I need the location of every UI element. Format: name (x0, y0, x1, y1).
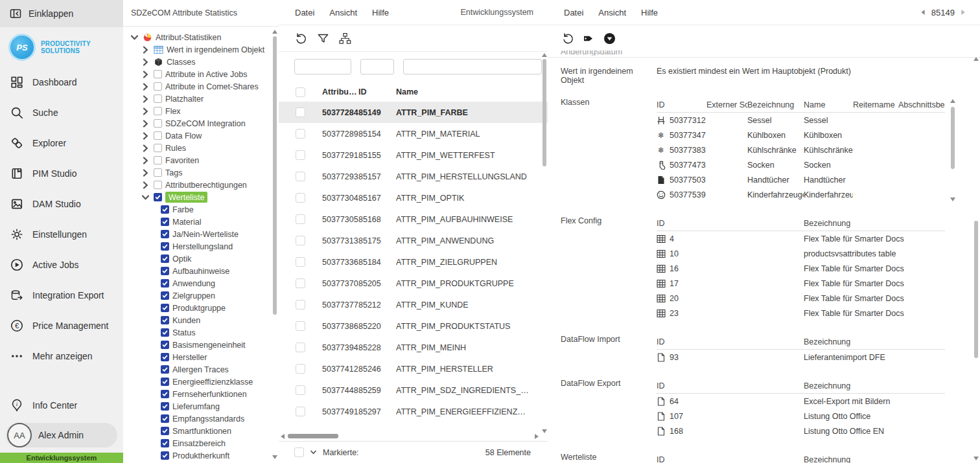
tree-node-produktgruppe[interactable]: Produktgruppe (123, 302, 279, 314)
table-row-23[interactable]: 23Flex Table für Smarter Docs (657, 306, 945, 321)
tree-node-checkbox[interactable] (154, 107, 162, 115)
tree-node-basismengeneinheit[interactable]: Basismengeneinheit (123, 339, 279, 351)
tree-node-empfangsstandards[interactable]: Empfangsstandards (123, 412, 279, 425)
table-row-64[interactable]: 64Excel-Export mit Bildern (657, 394, 945, 409)
row-checkbox[interactable] (296, 321, 305, 331)
tree-node-checkbox[interactable] (154, 156, 162, 164)
table-row-10[interactable]: 10productsvsattributes table (657, 246, 945, 261)
sidebar-item-price-management[interactable]: €Price Management (0, 310, 123, 341)
column-id[interactable]: ID (657, 455, 804, 463)
column-bezeichnung[interactable]: Bezeichnung (804, 381, 945, 390)
tree-node-hersteller[interactable]: Hersteller (123, 351, 279, 363)
klassen-row-50377312[interactable]: 50377312SesselSessel (657, 113, 945, 128)
tree-node-checkbox[interactable] (161, 328, 169, 337)
attribute-row-50377284[interactable]: 5037728485149ATTR_PIM_FARBE (279, 102, 548, 123)
menu-item-hilfe[interactable]: Hilfe (641, 8, 658, 17)
collapse-sidebar-button[interactable]: Einklappen (0, 0, 123, 27)
tree-node-checkbox[interactable] (161, 316, 169, 324)
sidebar-item-suche[interactable]: Suche (0, 97, 123, 128)
sidebar-item-dam-studio[interactable]: DAM Studio (0, 188, 123, 219)
tree-node-sdzecom-integration[interactable]: SDZeCOM Integration (123, 117, 279, 130)
tree-node-produktherkunft[interactable]: Produktherkunft (123, 449, 279, 462)
row-checkbox[interactable] (296, 407, 305, 416)
sidebar-item-integration-export[interactable]: Integration Export (0, 280, 123, 310)
table-row-4[interactable]: 4Flex Table für Smarter Docs (657, 231, 945, 246)
tag-button[interactable] (583, 32, 595, 45)
column-id[interactable]: ID (358, 87, 396, 96)
next-record-icon[interactable] (961, 9, 966, 16)
row-checkbox[interactable] (296, 257, 305, 267)
tree-node-kunden[interactable]: Kunden (123, 314, 279, 326)
tree-node-checkbox[interactable] (154, 193, 162, 201)
klassen-row-50377383[interactable]: ❄50377383KühlschränkeKühlschränke (657, 142, 945, 157)
menu-item-hilfe[interactable]: Hilfe (372, 8, 389, 17)
column-id[interactable]: ID (657, 100, 706, 109)
tree-node-checkbox[interactable] (161, 218, 169, 226)
attribute-row-50377491[interactable]: 5037749185297ATTR_PIM_ENERGIEEFFIZIENZKL… (279, 401, 548, 422)
column-id[interactable]: ID (657, 219, 804, 228)
tree-node-checkbox[interactable] (154, 82, 162, 91)
tree-node-tags[interactable]: Tags (123, 166, 279, 179)
column-name[interactable]: Name (804, 100, 853, 109)
table-row-20[interactable]: 20Flex Table für Smarter Docs (657, 291, 945, 306)
menu-item-datei[interactable]: Datei (295, 8, 314, 17)
scrollbar-thumb[interactable] (273, 36, 277, 315)
hierarchy-button[interactable] (339, 32, 351, 45)
column-bezeichnung[interactable]: Bezeichnung (804, 337, 945, 346)
marked-checkbox[interactable] (294, 447, 304, 457)
scroll-up-icon[interactable] (272, 30, 277, 34)
column-filter-input-3[interactable] (403, 59, 542, 74)
column-abschnittsbezeic[interactable]: Abschnittsbezeic (898, 100, 945, 109)
scroll-up-icon[interactable] (542, 53, 547, 57)
tree-node-fernseherfunktionen[interactable]: Fernseherfunktionen (123, 388, 279, 400)
sidebar-item-dashboard[interactable]: Dashboard (0, 67, 123, 97)
tree-node-farbe[interactable]: Farbe (123, 203, 279, 216)
attribute-row-50377304[interactable]: 5037730485167ATTR_PIM_OPTIK (279, 187, 548, 209)
scroll-up-icon[interactable] (974, 57, 979, 61)
tree-node-energieeffizienzklasse[interactable]: Energieeffizienzklasse (123, 376, 279, 388)
tree-node-wert-in-irgendeinem-objekt[interactable]: Wert in irgendeinem Objekt (123, 43, 279, 56)
row-checkbox[interactable] (296, 107, 305, 117)
tree-root-attribut-statistiken[interactable]: Attribut-Statistiken (123, 31, 279, 43)
tree-node-favoriten[interactable]: Favoriten (123, 154, 279, 166)
row-checkbox[interactable] (296, 193, 305, 203)
tree-node-checkbox[interactable] (161, 353, 169, 361)
attribute-row-50377291[interactable]: 5037729185155ATTR_PIM_WETTERFEST (279, 144, 548, 166)
menu-item-ansicht[interactable]: Ansicht (329, 8, 357, 17)
list-vertical-scrollbar[interactable] (542, 53, 547, 433)
tree-node-checkbox[interactable] (161, 378, 169, 386)
scroll-down-icon[interactable] (950, 198, 955, 201)
row-checkbox[interactable] (296, 172, 305, 181)
tree-node-checkbox[interactable] (154, 70, 162, 78)
menu-item-datei[interactable]: Datei (564, 8, 583, 17)
tree-node-material[interactable]: Material (123, 216, 279, 228)
attribute-row-clipped[interactable]: 5037754485314ATTR_PIM_FERNSEHERFUNKTIONE… (279, 422, 548, 428)
klassen-row-50377539[interactable]: 50377539KinderfahrzeugeKinderfahrzeuge (657, 187, 945, 202)
tree-node-checkbox[interactable] (161, 205, 169, 214)
tree-node-rules[interactable]: Rules (123, 142, 279, 154)
klassen-scrollbar[interactable] (950, 99, 955, 201)
tree-node-attributberechtigungen[interactable]: Attributberechtigungen (123, 179, 279, 191)
klassen-row-50377347[interactable]: ❄50377347KühlboxenKühlboxen (657, 128, 945, 142)
table-row-107[interactable]: 107Listung Otto Office (657, 409, 945, 423)
attribute-row-50377336[interactable]: 5037733685184ATTR_PIM_ZIELGRUPPEN (279, 251, 548, 273)
tree-node-checkbox[interactable] (161, 427, 169, 435)
attribute-row-50377305[interactable]: 5037730585168ATTR_PIM_AUFBAUHINWEISE (279, 209, 548, 230)
previous-record-icon[interactable] (920, 9, 926, 16)
attribute-row-50377377[interactable]: 5037737785212ATTR_PIM_KUNDE (279, 294, 548, 315)
column-name[interactable]: Name (396, 87, 531, 96)
refresh-button[interactable] (295, 32, 307, 45)
user-menu[interactable]: AA Alex Admin (6, 423, 117, 447)
attribute-row-50377412[interactable]: 5037741285246ATTR_PIM_HERSTELLER (279, 358, 548, 379)
column-filter-input-1[interactable] (294, 59, 351, 74)
column-attribut-id[interactable]: Attribut ID (322, 87, 358, 96)
tree-node-checkbox[interactable] (161, 341, 169, 349)
tree-node-einsatzbereich[interactable]: Einsatzbereich (123, 437, 279, 449)
sidebar-item-mehr-anzeigen[interactable]: Mehr anzeigen (0, 341, 123, 371)
table-row-168[interactable]: 168Listung Otto Office EN (657, 423, 945, 438)
tree-node-checkbox[interactable] (161, 279, 169, 288)
tree-node-lieferumfang[interactable]: Lieferumfang (123, 400, 279, 412)
row-checkbox[interactable] (296, 278, 305, 288)
tree-node-data-flow[interactable]: Data Flow (123, 130, 279, 142)
scroll-down-icon[interactable] (272, 455, 277, 459)
